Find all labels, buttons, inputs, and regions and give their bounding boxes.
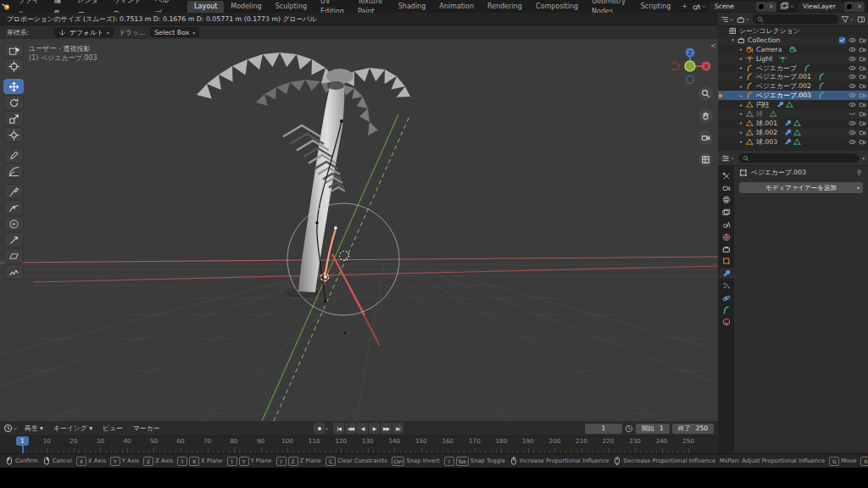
eye-open-icon[interactable] (849, 55, 856, 63)
properties-tab-camera-restrict[interactable] (719, 182, 734, 193)
unlink-scene-icon[interactable]: ✕ (766, 2, 776, 12)
workspace-tab-rendering[interactable]: Rendering (481, 1, 529, 13)
blender-logo-icon[interactable] (0, 2, 13, 11)
eye-open-icon[interactable] (849, 138, 856, 146)
disclosure-triangle-icon[interactable]: ▾ (730, 37, 736, 42)
camera-restrict-icon[interactable] (859, 110, 866, 118)
curve-control-point[interactable] (340, 119, 343, 123)
filter-icon[interactable] (841, 15, 854, 24)
display-mode-icon[interactable] (721, 15, 734, 24)
properties-tab-wrench[interactable] (719, 268, 734, 279)
curve-control-point[interactable] (315, 221, 319, 225)
outliner-search-input[interactable] (753, 14, 838, 24)
eye-closed-icon[interactable] (849, 110, 856, 118)
workspace-tab-shading[interactable]: Shading (392, 1, 433, 13)
camera-restrict-icon[interactable] (859, 64, 866, 72)
selected-handle-point[interactable] (324, 275, 326, 278)
gizmo-minus-x-axis[interactable] (672, 63, 679, 70)
orientation-dropdown[interactable]: デフォルト ▾ (54, 27, 114, 37)
workspace-tab-scripting[interactable]: Scripting (634, 1, 678, 13)
tool-randomize-button[interactable] (3, 264, 24, 280)
properties-tab-object-square[interactable] (719, 256, 734, 267)
workspace-tab-animation[interactable]: Animation (432, 1, 481, 13)
disclosure-triangle-icon[interactable]: ▸ (738, 130, 744, 135)
navigation-gizmo[interactable]: Z X (672, 46, 711, 85)
auto-key-record-button[interactable] (314, 423, 325, 434)
tool-draw-button[interactable] (3, 184, 24, 199)
tool-annotate-button[interactable] (3, 147, 24, 163)
view-layer-field[interactable]: ViewLayer ✕ (798, 2, 865, 12)
selected-curve-segment[interactable] (325, 229, 336, 278)
curve-control-point[interactable] (324, 300, 327, 303)
disclosure-triangle-icon[interactable]: ▸ (738, 111, 744, 116)
properties-tab-world[interactable] (719, 231, 734, 242)
outliner-row-8[interactable]: ▸円柱 (718, 100, 868, 109)
outliner-options-icon[interactable] (857, 15, 865, 24)
tool-curve-pen-button[interactable] (3, 200, 24, 215)
disclosure-triangle-icon[interactable]: ▸ (738, 84, 744, 89)
properties-tab-scene-cone[interactable] (719, 219, 734, 230)
tool-measure-button[interactable] (3, 164, 24, 179)
tool-rotate-button[interactable] (3, 95, 24, 110)
tool-radius-button[interactable] (3, 216, 24, 231)
properties-tab-images[interactable] (719, 207, 734, 218)
disclosure-triangle-icon[interactable]: ▸ (738, 120, 744, 125)
pin-icon[interactable] (855, 169, 863, 176)
workspace-tab-layout[interactable]: Layout (187, 1, 224, 13)
gizmo-y-axis[interactable] (685, 61, 695, 71)
timeline-menu-1[interactable]: キーイング ▾ (48, 424, 97, 433)
nav-camera-button[interactable] (698, 130, 713, 145)
playhead[interactable]: 1 (16, 436, 29, 446)
tool-tilt-button[interactable] (3, 232, 24, 247)
scene-selector-icon[interactable] (692, 2, 707, 11)
camera-restrict-icon[interactable] (859, 101, 866, 108)
properties-tab-collection[interactable] (719, 243, 734, 254)
collection-filter-icon[interactable] (737, 15, 750, 24)
gizmo-minus-z-axis[interactable] (687, 76, 694, 84)
disclosure-triangle-icon[interactable]: ▸ (738, 47, 744, 52)
eye-open-icon[interactable] (849, 73, 856, 80)
jump-end-button[interactable]: ▶| (392, 423, 403, 434)
add-modifier-button[interactable]: モディファイアーを追加 ▾ (739, 182, 863, 193)
nav-grid-button[interactable] (698, 152, 713, 167)
chevron-down-icon[interactable]: ▾ (862, 155, 865, 161)
end-frame-field[interactable]: 終了250 (672, 424, 714, 434)
eye-open-icon[interactable] (849, 36, 856, 44)
tool-move-button[interactable] (3, 79, 24, 94)
outliner-row-10[interactable]: ▸球.001 (718, 119, 868, 128)
outliner-row-2[interactable]: ▸Camera (718, 45, 868, 54)
current-frame-field[interactable]: 1 (585, 424, 622, 434)
eye-open-icon[interactable] (849, 92, 856, 99)
disclosure-triangle-icon[interactable]: ▸ (738, 139, 744, 144)
outliner-row-0[interactable]: シーンコレクション (718, 26, 868, 36)
scene-field[interactable]: Scene ✕ (710, 2, 776, 12)
outliner-row-9[interactable]: ▸球 (718, 109, 868, 119)
tool-shear-button[interactable] (3, 248, 24, 263)
eye-open-icon[interactable] (849, 119, 856, 127)
timeline-ruler[interactable]: 1 10203040506070809010011012013014015016… (0, 436, 718, 453)
disclosure-triangle-icon[interactable]: ▸ (738, 75, 744, 80)
eye-open-icon[interactable] (849, 46, 856, 53)
viewlayer-selector-icon[interactable] (780, 2, 795, 11)
curve-control-point[interactable] (343, 331, 347, 335)
disclosure-triangle-icon[interactable]: ▸ (738, 93, 744, 98)
workspace-tab-modeling[interactable]: Modeling (224, 1, 268, 13)
properties-tab-curve-object[interactable] (719, 304, 734, 315)
chevron-down-icon[interactable]: ▾ (326, 426, 328, 431)
tool-transform-button[interactable] (3, 127, 24, 142)
start-frame-field[interactable]: 開始1 (636, 424, 670, 434)
camera-restrict-icon[interactable] (859, 73, 866, 80)
new-scene-icon[interactable] (756, 2, 766, 12)
timeline-menu-0[interactable]: 再生 ▾ (19, 424, 48, 433)
nav-pan-button[interactable] (698, 108, 713, 123)
timeline-menu-3[interactable]: マーカー (128, 424, 165, 433)
tool-scale-button[interactable] (3, 111, 24, 126)
timeline-menu-2[interactable]: ビュー (97, 424, 128, 433)
camera-restrict-icon[interactable] (859, 138, 866, 146)
tool-cursor-button[interactable] (3, 58, 24, 74)
new-view-layer-icon[interactable] (844, 2, 854, 12)
outliner-row-3[interactable]: ▸Light (718, 54, 868, 64)
outliner-row-4[interactable]: ▸ベジエカーブ (718, 64, 868, 73)
sidebar-collapse-arrow[interactable]: < (710, 42, 716, 50)
camera-restrict-icon[interactable] (859, 92, 866, 99)
